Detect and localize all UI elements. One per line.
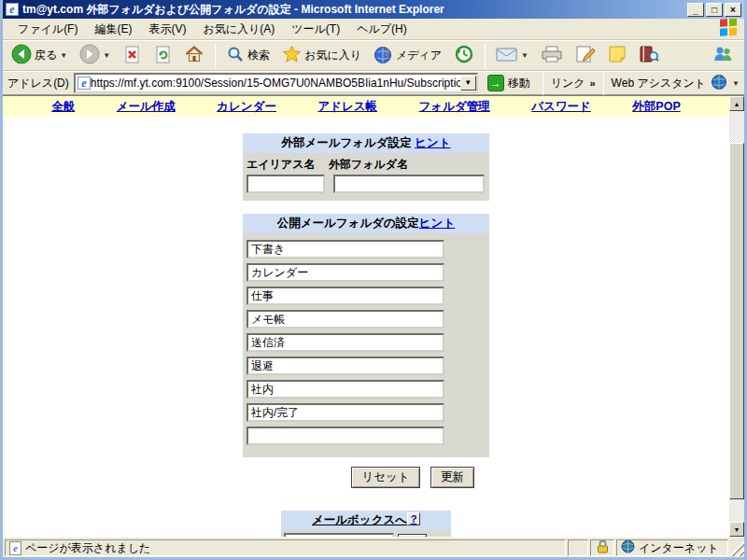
external-folder-name-label: 外部フォルダ名 xyxy=(329,157,408,173)
menu-favorites[interactable]: お気に入り(A) xyxy=(195,20,282,39)
resize-grip[interactable] xyxy=(730,539,744,556)
stop-button[interactable] xyxy=(118,41,146,70)
web-assistant-dropdown-icon[interactable]: ▼ xyxy=(732,79,740,88)
forward-icon xyxy=(79,44,100,67)
search-button[interactable]: 検索 xyxy=(221,42,275,69)
print-button[interactable] xyxy=(536,42,568,69)
public-folder-input[interactable] xyxy=(247,333,444,352)
media-button[interactable]: ♪ メディア xyxy=(369,42,446,70)
update-button[interactable]: 更新 xyxy=(430,467,474,488)
external-folder-hint-link[interactable]: ヒント xyxy=(415,136,450,149)
address-input[interactable] xyxy=(91,77,460,90)
mailbox-body: Go xyxy=(281,530,451,537)
toolbar-separator xyxy=(603,71,604,95)
links-chevron-icon[interactable]: » xyxy=(589,77,595,89)
mail-button[interactable]: ▼ xyxy=(491,43,533,68)
mail-icon xyxy=(496,46,518,65)
public-folder-input[interactable] xyxy=(247,287,444,305)
toolbar: 戻る ▼ ▼ 検索 xyxy=(3,40,744,71)
favorites-icon xyxy=(282,45,302,66)
nav-folder-management[interactable]: フォルダ管理 xyxy=(419,99,490,115)
external-folder-section: 外部メールフォルダ設定 ヒント エイリアス名 外部フォルダ名 xyxy=(243,133,489,201)
address-label: アドレス(D) xyxy=(7,76,69,91)
alias-name-input[interactable] xyxy=(247,175,325,193)
mailbox-section: メールボックスへ? Go xyxy=(281,511,451,537)
messenger-icon xyxy=(712,45,734,66)
address-field[interactable]: e ▼ xyxy=(74,73,478,93)
forward-dropdown-icon[interactable]: ▼ xyxy=(103,51,110,60)
forward-button[interactable]: ▼ xyxy=(75,41,115,70)
public-folder-input[interactable] xyxy=(247,357,444,375)
menu-tools[interactable]: ツール(T) xyxy=(284,20,347,39)
nav-calendar[interactable]: カレンダー xyxy=(217,99,276,115)
web-assistant-label: Web アシスタント xyxy=(612,76,706,91)
nav-external-pop[interactable]: 外部POP xyxy=(632,99,680,115)
page: 全般 メール作成 カレンダー アドレス帳 フォルダ管理 パスワード 外部POP … xyxy=(3,96,729,537)
maximize-button[interactable]: □ xyxy=(706,3,723,17)
windows-logo-icon xyxy=(718,19,739,40)
title-bar: e tm@yt.com 外部フォルダおよび公開フォルダの設定 - Microso… xyxy=(3,0,744,19)
close-button[interactable]: × xyxy=(725,3,741,17)
public-folder-header: 公開メールフォルダの設定ヒント xyxy=(243,214,489,233)
public-folder-input[interactable] xyxy=(247,403,444,422)
menu-file[interactable]: ファイル(F) xyxy=(10,20,85,39)
reset-button[interactable]: リセット xyxy=(351,467,419,488)
external-folder-body: エイリアス名 外部フォルダ名 xyxy=(243,153,489,201)
favorites-button[interactable]: お気に入り xyxy=(277,42,366,69)
scrollbar-track[interactable] xyxy=(729,499,744,522)
refresh-icon xyxy=(153,44,172,67)
scroll-up-button[interactable]: ▲ xyxy=(729,96,744,111)
nav-password[interactable]: パスワード xyxy=(531,99,591,115)
public-folder-input[interactable] xyxy=(247,310,444,329)
back-dropdown-icon[interactable]: ▼ xyxy=(60,51,67,60)
menu-help[interactable]: ヘルプ(H) xyxy=(349,20,415,39)
home-button[interactable] xyxy=(179,41,209,70)
menu-bar: ファイル(F) 編集(E) 表示(V) お気に入り(A) ツール(T) ヘルプ(… xyxy=(3,19,744,40)
refresh-button[interactable] xyxy=(148,41,176,70)
back-button[interactable]: 戻る ▼ xyxy=(7,41,72,70)
toolbar-separator xyxy=(543,71,543,95)
media-icon: ♪ xyxy=(374,45,393,67)
web-assistant-globe-icon[interactable] xyxy=(711,74,727,93)
notes-button[interactable] xyxy=(603,42,631,69)
external-folder-name-input[interactable] xyxy=(333,175,485,193)
external-folder-header: 外部メールフォルダ設定 ヒント xyxy=(243,133,489,153)
go-button[interactable]: → 移動 xyxy=(483,73,535,93)
menu-view[interactable]: 表示(V) xyxy=(141,20,193,39)
form-actions: リセット 更新 xyxy=(243,467,489,488)
public-folder-input[interactable] xyxy=(247,380,444,399)
mailbox-header: メールボックスへ? xyxy=(281,511,451,530)
top-nav: 全般 メール作成 カレンダー アドレス帳 フォルダ管理 パスワード 外部POP xyxy=(3,96,729,117)
minimize-button[interactable]: _ xyxy=(687,3,704,17)
status-message: ページが表示されました xyxy=(25,540,150,556)
nav-addressbook[interactable]: アドレス帳 xyxy=(317,99,377,115)
public-folder-hint-link[interactable]: ヒント xyxy=(419,217,455,230)
links-label[interactable]: リンク xyxy=(551,76,585,91)
research-button[interactable] xyxy=(634,42,664,69)
menu-edit[interactable]: 編集(E) xyxy=(87,20,139,39)
public-folder-input[interactable] xyxy=(247,427,444,445)
public-folder-input[interactable] xyxy=(247,240,444,259)
toolbar-separator xyxy=(485,44,486,68)
nav-compose[interactable]: メール作成 xyxy=(117,99,176,115)
edit-button[interactable] xyxy=(571,42,600,69)
help-icon[interactable]: ? xyxy=(407,512,420,525)
address-dropdown-icon[interactable]: ▼ xyxy=(460,76,476,91)
home-icon xyxy=(184,44,204,67)
messenger-button[interactable] xyxy=(707,42,739,69)
toolbar-separator xyxy=(215,44,216,68)
scroll-down-button[interactable]: ▼ xyxy=(729,522,744,537)
back-icon xyxy=(11,44,32,67)
svg-text:♪: ♪ xyxy=(384,45,390,59)
scrollbar-thumb[interactable] xyxy=(729,143,744,499)
history-button[interactable] xyxy=(449,41,479,70)
page-favicon-icon: e xyxy=(78,77,91,90)
research-icon xyxy=(639,45,659,66)
nav-general[interactable]: 全般 xyxy=(51,99,75,115)
content-area: 全般 メール作成 カレンダー アドレス帳 フォルダ管理 パスワード 外部POP … xyxy=(3,95,744,537)
scrollbar-track[interactable] xyxy=(729,111,744,143)
mailbox-title-link[interactable]: メールボックスへ xyxy=(312,513,407,526)
public-folder-input[interactable] xyxy=(247,263,444,282)
mail-dropdown-icon[interactable]: ▼ xyxy=(521,51,529,60)
vertical-scrollbar: ▲ ▼ xyxy=(729,96,744,537)
